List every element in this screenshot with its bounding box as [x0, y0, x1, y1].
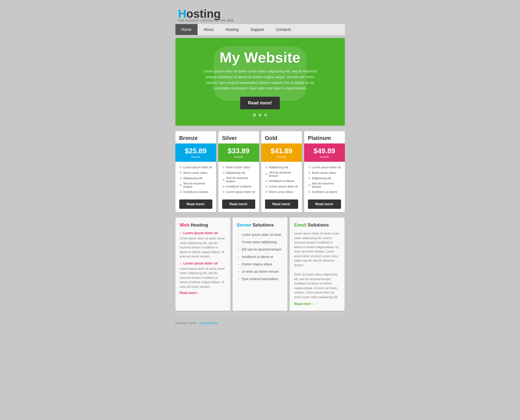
gold-feature-3: Incididunt ut labore	[265, 178, 298, 184]
hero-read-more-button[interactable]: Read more!	[240, 97, 280, 109]
gold-feature-1: Adipisicing elit	[265, 165, 298, 170]
hero-banner: My Website Lorem ipsum dolor sit amet co…	[175, 38, 345, 126]
platinum-feature-1: Lorem ipsum dolor sit	[308, 165, 341, 170]
server-link-6[interactable]: Ut enim ad minim veniam	[237, 268, 283, 275]
footer: Hosting © 2014. Privacy Policy	[175, 319, 345, 327]
privacy-policy-link[interactable]: Privacy Policy	[199, 321, 218, 325]
silver-price-box: $33.89 /month	[218, 143, 259, 162]
platinum-features: Lorem ipsum dolor sit Amet conse ctetur …	[304, 162, 345, 197]
main-nav: Home About Hosting Support Contacts	[175, 24, 345, 35]
server-link-2[interactable]: Conse ctetur adipisicing	[237, 239, 283, 246]
email-title-rest: Solutions	[307, 222, 329, 228]
email-body-1: Lorem ipsum dolor sit amet conse ctetur …	[294, 231, 340, 267]
logo: Hosting	[178, 8, 345, 20]
web-hosting-card: Web Hosting Lorem ipsum dolor sit Lorem …	[175, 218, 230, 311]
nav-home[interactable]: Home	[175, 24, 198, 35]
email-read-more[interactable]: Read more ›	[294, 302, 340, 306]
server-title-highlight: Server	[237, 222, 251, 228]
hero-dot-2[interactable]	[259, 114, 262, 116]
platinum-price: $49.89	[308, 147, 341, 155]
gold-price: $41.89	[265, 147, 298, 155]
pricing-card-silver: Silver $33.89 /month Amet conse ctetur A…	[218, 131, 259, 212]
pricing-section: Bronze $25.89 /month Lorem ipsum dolor s…	[175, 131, 345, 212]
platinum-feature-4: Sed do eiusmod tempor	[308, 181, 341, 189]
server-link-5[interactable]: Dolore magna aliqua	[237, 261, 283, 268]
email-title: Email Solutions	[294, 222, 340, 228]
footer-divider	[175, 313, 345, 314]
email-body-2: Dolor sit conse ctetur adipisicing elit,…	[294, 272, 340, 299]
bottom-section: Web Hosting Lorem ipsum dolor sit Lorem …	[175, 218, 345, 311]
hero-dot-1[interactable]	[253, 114, 256, 116]
platinum-feature-5: Incididunt ut labore	[308, 189, 341, 195]
bronze-feature-2: Amet conse ctetur	[179, 170, 212, 175]
email-solutions-card: Email Solutions Lorem ipsum dolor sit am…	[290, 218, 345, 311]
web-title-highlight: Web	[180, 222, 190, 228]
server-links-list: Lorem ipsum dolor sit amet Conse ctetur …	[237, 231, 283, 283]
bronze-feature-4: Sed do eiusmod tempor	[179, 181, 212, 189]
server-title: Server Solutions	[237, 222, 283, 228]
bronze-read-more-button[interactable]: Read more!	[179, 199, 212, 209]
server-title-rest: Solutions	[251, 222, 274, 228]
gold-features: Adipisicing elit Sed do eiusmod tempor I…	[261, 162, 302, 197]
silver-feature-3: Sed do eiusmod tempor	[222, 175, 255, 184]
email-title-highlight: Email	[294, 222, 306, 228]
platinum-feature-3: Adipisicing elit	[308, 175, 341, 181]
silver-features: Amet conse ctetur Adipisicing elit Sed d…	[218, 162, 259, 197]
bronze-price: $25.89	[179, 147, 212, 155]
bronze-feature-3: Adipisicing elit	[179, 175, 212, 181]
silver-feature-2: Adipisicing elit	[222, 170, 255, 175]
gold-price-box: $41.89 /month	[261, 143, 302, 162]
web-title-rest: Hosting	[189, 222, 208, 228]
bronze-title: Bronze	[175, 131, 216, 143]
gold-feature-2: Sed do eiusmod tempor	[265, 170, 298, 178]
silver-read-more-button[interactable]: Read more!	[222, 199, 255, 209]
web-hosting-title: Web Hosting	[180, 222, 226, 228]
hero-title: My Website	[184, 49, 337, 66]
nav-hosting[interactable]: Hosting	[219, 24, 244, 35]
silver-period: /month	[222, 155, 255, 158]
pricing-card-bronze: Bronze $25.89 /month Lorem ipsum dolor s…	[175, 131, 216, 212]
logo-rest: osting	[186, 7, 221, 20]
nav-about[interactable]: About	[198, 24, 220, 35]
hero-dot-3[interactable]	[264, 114, 267, 116]
bronze-price-box: $25.89 /month	[175, 143, 216, 162]
nav-support[interactable]: Support	[245, 24, 270, 35]
gold-period: /month	[265, 155, 298, 158]
silver-feature-1: Amet conse ctetur	[222, 165, 255, 170]
server-solutions-card: Server Solutions Lorem ipsum dolor sit a…	[233, 218, 287, 311]
platinum-title: Platinum	[304, 131, 345, 143]
bronze-features: Lorem ipsum dolor sit Amet conse ctetur …	[175, 162, 216, 197]
platinum-read-more-button[interactable]: Read more!	[308, 199, 341, 209]
web-entry-1-body: Lorem ipsum dolor sit amet conse ctetur …	[180, 236, 226, 259]
server-link-4[interactable]: Incididunt ut labore et	[237, 253, 283, 261]
server-link-1[interactable]: Lorem ipsum dolor sit amet	[237, 231, 283, 239]
logo-area: Hosting THE BIGGEST CHOICE ON THE WEB	[178, 5, 345, 24]
silver-feature-4: Incididunt ut labore	[222, 184, 255, 189]
pricing-card-platinum: Platinum $49.89 /month Lorem ipsum dolor…	[304, 131, 345, 212]
hero-dots	[184, 113, 337, 118]
nav-contacts[interactable]: Contacts	[270, 24, 297, 35]
web-hosting-read-more[interactable]: Read more ›	[180, 291, 226, 295]
platinum-feature-2: Amet conse ctetur	[308, 170, 341, 175]
bronze-period: /month	[179, 155, 212, 158]
footer-text: Hosting © 2014.	[175, 321, 197, 325]
platinum-price-box: $49.89 /month	[304, 143, 345, 162]
platinum-period: /month	[308, 155, 341, 158]
bronze-feature-5: Incididunt ut labore	[179, 189, 212, 195]
web-entry-1-title: Lorem ipsum dolor sit	[180, 231, 226, 235]
bronze-feature-1: Lorem ipsum dolor sit	[179, 165, 212, 170]
silver-price: $33.89	[222, 147, 255, 155]
silver-title: Silver	[218, 131, 259, 143]
gold-feature-5: Amet conse ctetur	[265, 189, 298, 195]
web-entry-2-title: Lorem ipsum dolor sit	[180, 262, 226, 265]
server-link-7[interactable]: Quis nostrud exercitation	[237, 275, 283, 283]
gold-title: Gold	[261, 131, 302, 143]
logo-h: H	[178, 7, 186, 20]
gold-feature-4: Lorem ipsum dolor sit	[265, 184, 298, 189]
pricing-card-gold: Gold $41.89 /month Adipisicing elit Sed …	[261, 131, 302, 212]
server-link-3[interactable]: Elit sed do eiusmod tempor	[237, 246, 283, 253]
silver-feature-5: Lorem ipsum dolor sit	[222, 189, 255, 195]
gold-read-more-button[interactable]: Read more!	[265, 199, 298, 209]
hero-description: Lorem ipsum dolor sit amet conse ctetur …	[200, 69, 320, 91]
logo-subtitle: THE BIGGEST CHOICE ON THE WEB	[178, 19, 345, 22]
